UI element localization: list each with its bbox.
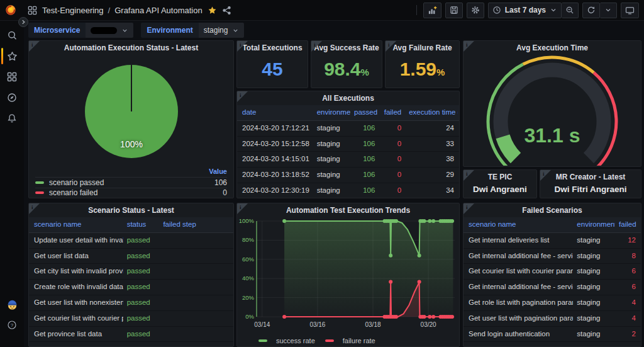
pie-slice-label: 100% [84, 139, 179, 149]
table-cell: 2024-03-20 14:15:01 [238, 152, 313, 167]
table-cell: Get user list data [30, 249, 123, 264]
series-color-dash [258, 339, 267, 342]
table-cell: staging [313, 152, 350, 167]
column-header[interactable]: failed step [159, 217, 232, 232]
sidebar-item-dashboards[interactable] [0, 71, 24, 83]
microservice-select[interactable] [86, 23, 133, 38]
legend-value-header[interactable]: Value [35, 168, 227, 177]
gauge-chart[interactable] [464, 55, 641, 166]
sidebar-item-explore[interactable] [0, 91, 24, 104]
sidebar-item-starred[interactable] [0, 50, 24, 62]
panel-title[interactable]: Avg Success Rate [311, 41, 382, 55]
sidebar-item-alerting[interactable] [0, 112, 24, 125]
column-header[interactable]: failed [615, 217, 640, 232]
table-cell: passed [123, 342, 160, 347]
column-header[interactable]: execution time (s) [405, 105, 458, 120]
sidebar-item-profile[interactable] [0, 298, 24, 310]
breadcrumb-team[interactable]: Test-Engineering [42, 6, 104, 15]
panel-avg-failure-rate: i Avg Failure Rate 1.59% [385, 40, 460, 88]
chevron-down-icon [121, 27, 128, 34]
mr-creator-value: Dwi Fitri Angraeni [540, 185, 641, 194]
sidebar-item-search[interactable] [0, 29, 24, 42]
svg-text:20%: 20% [242, 294, 255, 301]
table-cell: staging [573, 327, 615, 342]
panel-title[interactable]: Total Executions [237, 41, 308, 55]
table-row: Update user detail with invali...passed [29, 233, 233, 249]
table-cell: 4 [615, 311, 640, 326]
panel-title[interactable]: All Executions [237, 91, 459, 105]
add-panel-button[interactable] [423, 3, 441, 18]
panel-title[interactable]: Scenario Status - Latest [29, 203, 233, 217]
table-cell: Send login authentication [465, 327, 573, 342]
zoom-out-time-button[interactable] [562, 3, 579, 18]
panel-avg-execution-time: i Avg Execution Time 31.1 s [463, 40, 641, 167]
sidebar: ? [0, 20, 24, 347]
panel-title[interactable]: Avg Failure Rate [386, 41, 459, 55]
table-cell: 2024-03-20 17:12:21 [238, 121, 313, 136]
table-cell: 38 [405, 152, 458, 167]
save-dashboard-button[interactable] [445, 3, 463, 18]
table-cell: Get courier detail data [465, 342, 573, 347]
save-icon [450, 6, 458, 14]
panel-title[interactable]: MR Creator - Latest [540, 170, 641, 184]
panel-mr-creator: i MR Creator - Latest Dwi Fitri Angraeni [540, 169, 641, 198]
environment-select[interactable]: staging [199, 23, 245, 38]
svg-text:60%: 60% [242, 256, 255, 263]
column-header[interactable]: status [123, 217, 160, 232]
column-header[interactable]: passed [350, 105, 379, 120]
legend-item[interactable]: scenario failed 0 [35, 188, 227, 198]
table-cell: staging [573, 249, 615, 264]
table-header-row: dateenvironmentpassedfailedexecution tim… [237, 105, 459, 121]
table-cell: Get city list with invalid provin... [30, 264, 123, 279]
add-panel-icon [428, 6, 437, 15]
svg-text:80%: 80% [242, 236, 255, 243]
table-row: Get courier list with courier p...passed [29, 311, 233, 327]
table-cell: Get courier list with courier p... [30, 311, 123, 326]
column-header[interactable]: scenario name [30, 217, 123, 232]
sidebar-item-help[interactable]: ? [0, 319, 24, 331]
panel-title[interactable]: Automation Execution Status - Latest [29, 41, 233, 55]
legend-item[interactable]: failure rate [325, 337, 375, 344]
chevron-down-icon [232, 27, 239, 34]
table-cell: Get province list data [30, 327, 123, 342]
table-cell: 2 [615, 342, 640, 347]
panel-title[interactable]: TE PIC [464, 170, 536, 184]
grafana-logo-icon[interactable] [5, 4, 16, 16]
column-header[interactable]: environment [313, 105, 350, 120]
compass-icon [7, 93, 17, 103]
time-range-label: Last 7 days [505, 6, 546, 14]
trends-line-chart[interactable]: 0%20%40%60%80%100%03/1403/1603/1803/20 [238, 217, 460, 332]
legend-item[interactable]: success rate [258, 337, 315, 344]
failed-scenarios-table: scenario nameenvironmentfailedGet intern… [464, 217, 641, 346]
search-icon [7, 30, 18, 41]
refresh-button[interactable] [582, 3, 600, 18]
column-header[interactable]: failed [379, 105, 405, 120]
panel-avg-success-rate: i Avg Success Rate 98.4% [311, 40, 382, 88]
top-bar: Test-Engineering / Grafana API Automatio… [0, 0, 644, 21]
share-icon[interactable] [222, 6, 231, 15]
te-pic-value: Dwi Angraeni [464, 185, 536, 194]
column-header[interactable]: date [238, 105, 313, 120]
tv-mode-button[interactable] [621, 3, 639, 18]
dashboard-settings-button[interactable] [467, 3, 484, 18]
stat-value: 1.59% [386, 58, 459, 84]
variable-microservice: Microservice [28, 23, 133, 38]
panel-title[interactable]: Failed Scenarios [464, 203, 641, 217]
legend-item[interactable]: scenario passed 106 [35, 177, 227, 188]
table-cell: 106 [350, 168, 379, 183]
column-header[interactable]: environment [573, 217, 615, 232]
refresh-interval-button[interactable] [600, 3, 617, 18]
panel-title[interactable]: Avg Execution Time [464, 41, 641, 55]
time-range-picker[interactable]: Last 7 days [488, 3, 562, 18]
panel-title[interactable]: Automation Test Execution Trends [237, 203, 459, 217]
column-header[interactable]: scenario name [465, 217, 573, 232]
table-cell [159, 264, 232, 279]
expand-menu-button[interactable] [18, 17, 28, 27]
table-cell [159, 280, 232, 295]
favorite-star-icon[interactable] [208, 6, 217, 15]
breadcrumb-dashboard-title[interactable]: Grafana API Automation [114, 6, 202, 15]
toolbar-divider [416, 5, 417, 15]
table-header-row: scenario nameenvironmentfailed [464, 217, 641, 233]
dashboard-variables: Microservice Environment staging [28, 23, 244, 38]
refresh-icon [587, 6, 596, 14]
